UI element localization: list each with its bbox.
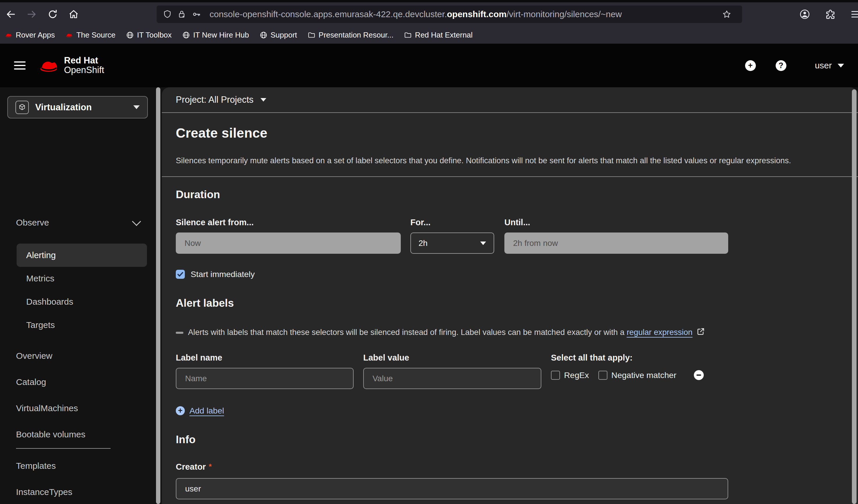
alert-labels-help: Alerts with labels that match these sele… (176, 327, 844, 338)
user-menu-caret-icon[interactable] (838, 64, 844, 67)
brand-name-top: Red Hat (64, 56, 104, 65)
add-label-plus-icon[interactable]: + (176, 406, 185, 415)
perspective-label: Virtualization (35, 102, 133, 113)
sidebar-item-label: Alerting (26, 250, 56, 260)
bookmark-presentation-resources[interactable]: Presentation Resour... (308, 31, 394, 39)
redhat-favicon (5, 31, 13, 39)
bookmark-support[interactable]: Support (259, 31, 297, 39)
start-immediately-row: Start immediately (176, 270, 844, 279)
sidebar-item-instancetypes[interactable]: InstanceTypes (0, 479, 155, 504)
main-content: Project: All Projects Create silence Sil… (162, 87, 858, 504)
shield-icon[interactable] (162, 9, 172, 19)
matcher-options: RegEx Negative matcher (551, 370, 704, 380)
project-bar: Project: All Projects (162, 87, 858, 113)
chevron-down-icon (132, 217, 141, 226)
folder-icon (308, 31, 316, 39)
add-label-link[interactable]: Add label (189, 406, 224, 416)
sidebar-item-catalog[interactable]: Catalog (0, 369, 155, 395)
for-select[interactable]: 2h (410, 232, 494, 254)
sidebar-item-alerting[interactable]: Alerting (17, 244, 147, 267)
sidebar-item-label: Catalog (16, 377, 46, 387)
url-bar[interactable]: console-openshift-console.apps.emurasak-… (157, 5, 742, 23)
project-selector[interactable]: Project: All Projects (176, 95, 254, 105)
bookmark-label: IT New Hire Hub (193, 31, 249, 39)
nav-toggle-icon[interactable] (14, 61, 26, 69)
sidebar-group-observe[interactable]: Observe (16, 216, 140, 229)
sidebar-item-bootable-volumes[interactable]: Bootable volumes (0, 421, 155, 448)
user-menu[interactable]: user (815, 61, 832, 70)
redhat-favicon (65, 31, 73, 39)
quick-create-plus-icon[interactable]: + (745, 60, 756, 71)
sidebar-item-label: Bootable volumes (16, 429, 85, 439)
url-text[interactable]: console-openshift-console.apps.emurasak-… (209, 9, 722, 19)
creator-input[interactable] (176, 478, 728, 499)
forward-icon[interactable] (25, 7, 38, 21)
redhat-fedora-icon (38, 57, 60, 74)
until-input[interactable] (504, 232, 728, 254)
help-icon[interactable]: ? (776, 60, 786, 71)
for-select-value: 2h (418, 239, 480, 248)
page-title: Create silence (176, 125, 844, 141)
negative-matcher-checkbox[interactable] (599, 371, 607, 380)
sidebar-item-metrics[interactable]: Metrics (0, 267, 155, 290)
bookmark-the-source[interactable]: The Source (65, 31, 115, 39)
globe-icon (259, 31, 268, 39)
silence-from-input[interactable] (176, 232, 401, 254)
external-link-icon[interactable] (697, 327, 705, 338)
sidebar-item-label: Dashboards (26, 297, 73, 307)
sidebar-item-label: InstanceTypes (16, 487, 72, 497)
label-value-input[interactable] (363, 368, 541, 389)
app-body: Virtualization Observe Alerting Metrics … (0, 87, 858, 504)
browser-toolbar: console-openshift-console.apps.emurasak-… (0, 2, 858, 26)
silence-from-label: Silence alert from... (176, 218, 401, 227)
account-icon[interactable] (798, 7, 811, 21)
start-immediately-label: Start immediately (191, 270, 255, 279)
extensions-puzzle-icon[interactable] (824, 7, 837, 21)
sidebar-item-templates[interactable]: Templates (0, 453, 155, 479)
regex-checkbox[interactable] (551, 371, 560, 380)
remove-matcher-icon[interactable] (694, 370, 704, 380)
label-name-input[interactable] (176, 368, 354, 389)
bookmark-rover-apps[interactable]: Rover Apps (5, 31, 55, 39)
for-label: For... (410, 218, 494, 227)
content-scrollbar[interactable] (852, 90, 857, 504)
bookmark-label: Rover Apps (16, 31, 55, 39)
globe-icon (126, 31, 134, 39)
regular-expression-link[interactable]: regular expression (626, 328, 693, 337)
section-divider (162, 176, 858, 177)
window-top-strip (0, 0, 858, 2)
key-icon[interactable] (191, 9, 202, 19)
alert-labels-help-text: Alerts with labels that match these sele… (188, 328, 626, 337)
sidebar-item-dashboards[interactable]: Dashboards (0, 290, 155, 313)
bookmark-it-toolbox[interactable]: IT Toolbox (126, 31, 172, 39)
creator-label-text: Creator (176, 462, 206, 471)
url-prefix: console-openshift-console.apps.emurasak-… (209, 9, 447, 19)
sidebar-item-label: Targets (26, 320, 55, 330)
bookmark-it-new-hire-hub[interactable]: IT New Hire Hub (182, 31, 249, 39)
reload-icon[interactable] (46, 7, 59, 21)
sidebar-scrollbar[interactable] (156, 87, 160, 504)
url-path: /virt-monitoring/silences/~new (507, 9, 622, 19)
for-select-caret-icon (480, 242, 486, 245)
start-immediately-checkbox[interactable] (176, 270, 185, 279)
browser-toolbar-right (798, 7, 854, 21)
brand-name-bottom: OpenShift (64, 65, 104, 75)
bookmark-red-hat-external[interactable]: Red Hat External (404, 31, 473, 39)
sidebar-item-virtualmachines[interactable]: VirtualMachines (0, 395, 155, 421)
creator-label: Creator* (176, 462, 844, 472)
bookmark-star-icon[interactable] (722, 9, 732, 19)
sidebar-item-targets[interactable]: Targets (0, 313, 155, 337)
project-caret-icon[interactable] (260, 98, 266, 101)
bookmark-label: Presentation Resour... (319, 31, 394, 39)
home-icon[interactable] (67, 7, 80, 21)
browser-menu-icon[interactable] (849, 7, 858, 21)
observe-group-label: Observe (16, 218, 49, 228)
sidebar-item-label: Metrics (26, 274, 54, 283)
label-matcher-row: Label name Label value Select all that a… (176, 353, 844, 389)
lock-warning-icon[interactable] (177, 9, 187, 19)
perspective-switcher[interactable]: Virtualization (7, 96, 148, 118)
sidebar-item-overview[interactable]: Overview (0, 343, 155, 369)
check-icon (177, 272, 184, 277)
masthead: Red Hat OpenShift + ? user (0, 44, 858, 87)
back-icon[interactable] (4, 7, 17, 21)
